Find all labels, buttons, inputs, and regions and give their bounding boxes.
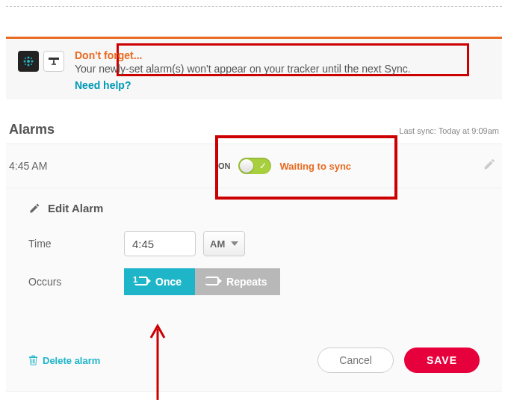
toggle-state-label: ON — [218, 161, 231, 170]
time-label: Time — [28, 238, 124, 250]
svg-point-1 — [24, 61, 26, 63]
sync-notice: Don't forget... Your newly-set alarm(s) … — [6, 37, 502, 99]
occurs-label: Occurs — [28, 276, 124, 288]
repeat-icon — [204, 276, 220, 288]
svg-point-10 — [53, 61, 55, 63]
last-sync-text: Last sync: Today at 9:09am — [399, 126, 499, 135]
top-divider — [6, 6, 502, 7]
ampm-select[interactable]: AM — [203, 231, 245, 256]
ampm-value: AM — [210, 238, 225, 250]
alarm-row: 4:45 AM ON ✓ Waiting to sync — [6, 143, 502, 188]
edit-alarm-icon[interactable] — [483, 158, 496, 174]
svg-rect-9 — [49, 58, 59, 60]
svg-point-3 — [28, 57, 30, 59]
tracker-icon-dots — [18, 51, 39, 72]
tracker-icon-scale — [43, 51, 64, 72]
once-label: Once — [155, 276, 182, 288]
delete-alarm-label: Delete alarm — [43, 355, 100, 366]
svg-point-2 — [31, 61, 34, 63]
toggle-knob — [240, 159, 253, 173]
svg-point-5 — [25, 58, 26, 59]
edit-alarm-panel: Edit Alarm Time AM Occurs 1 Once — [6, 188, 502, 392]
occurs-repeats-button[interactable]: Repeats — [195, 268, 280, 295]
need-help-link[interactable]: Need help? — [75, 79, 131, 91]
time-input[interactable] — [124, 231, 196, 256]
edit-alarm-title: Edit Alarm — [48, 202, 103, 214]
occurs-segment: 1 Once Repeats — [124, 268, 280, 295]
tracker-icons — [18, 51, 64, 72]
repeats-label: Repeats — [226, 276, 267, 288]
svg-point-4 — [28, 64, 30, 67]
svg-point-0 — [27, 60, 30, 63]
sync-status: Waiting to sync — [280, 161, 352, 172]
save-button[interactable]: SAVE — [404, 348, 480, 373]
svg-point-6 — [31, 58, 32, 59]
svg-point-8 — [31, 64, 32, 65]
alarm-toggle[interactable]: ✓ — [238, 158, 271, 174]
alarms-heading: Alarms — [9, 122, 55, 138]
delete-alarm-link[interactable]: Delete alarm — [28, 355, 100, 366]
pencil-icon — [28, 203, 40, 214]
notice-title: Don't forget... — [75, 49, 490, 61]
chevron-down-icon — [231, 241, 238, 246]
once-icon: 1 — [133, 276, 149, 288]
occurs-once-button[interactable]: 1 Once — [124, 268, 195, 295]
svg-point-7 — [25, 64, 26, 65]
check-icon: ✓ — [259, 161, 267, 171]
alarm-time-text: 4:45 AM — [9, 160, 218, 172]
notice-body: Your newly-set alarm(s) won't appear on … — [75, 63, 490, 75]
trash-icon — [28, 355, 38, 365]
cancel-button[interactable]: Cancel — [318, 348, 394, 373]
edit-alarm-header: Edit Alarm — [28, 202, 480, 214]
